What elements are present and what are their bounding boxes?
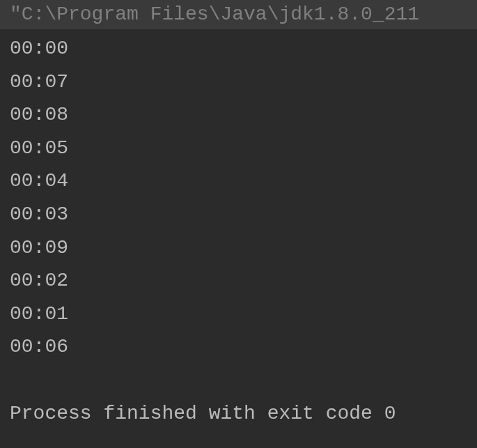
console-panel: "C:\Program Files\Java\jdk1.8.0_211 00:0… [0, 0, 477, 448]
blank-line [10, 364, 467, 397]
output-line: 00:01 [10, 298, 467, 331]
output-line: 00:05 [10, 132, 467, 165]
exit-message: Process finished with exit code 0 [0, 397, 477, 431]
output-line: 00:06 [10, 330, 467, 364]
output-line: 00:09 [10, 231, 467, 265]
output-line: 00:02 [10, 264, 467, 298]
output-block: 00:00 00:07 00:08 00:05 00:04 00:03 00:0… [0, 29, 477, 397]
output-line: 00:07 [10, 65, 467, 99]
output-line: 00:08 [10, 98, 467, 132]
output-line: 00:03 [10, 198, 467, 231]
command-line: "C:\Program Files\Java\jdk1.8.0_211 [0, 0, 477, 29]
output-line: 00:00 [10, 32, 467, 65]
output-line: 00:04 [10, 164, 467, 198]
